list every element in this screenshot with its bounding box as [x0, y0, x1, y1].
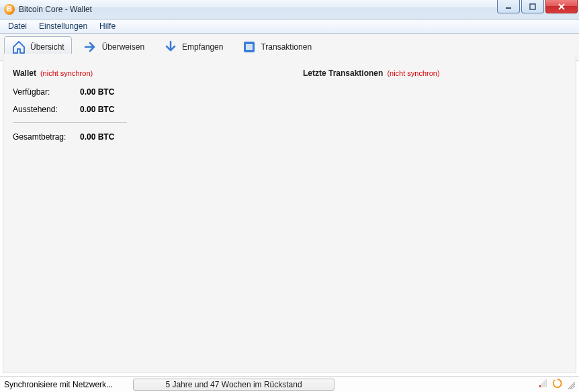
tab-receive-label: Empfangen: [182, 42, 223, 52]
wallet-sync-status: (nicht synchron): [40, 69, 93, 77]
sync-progress-text: 5 Jahre und 47 Wochen im Rückstand: [165, 380, 302, 389]
main-content: Wallet (nicht synchron) Verfügbar: 0.00 …: [3, 54, 576, 373]
sync-spinner-icon: [552, 378, 563, 391]
send-icon: [83, 40, 98, 54]
balance-available-label: Verfügbar:: [13, 87, 73, 97]
network-icon: [539, 379, 549, 390]
tab-transactions-label: Transaktionen: [261, 42, 312, 52]
minimize-icon: [505, 3, 512, 10]
window-controls: [497, 0, 578, 13]
tab-overview-label: Übersicht: [30, 42, 64, 52]
svg-rect-11: [545, 379, 547, 387]
status-tray: [539, 378, 579, 391]
wallet-header-row: Wallet (nicht synchron): [13, 68, 276, 78]
close-icon: [558, 3, 566, 10]
home-icon: [11, 40, 26, 54]
balance-pending-label: Ausstehend:: [13, 105, 73, 114]
wallet-column: Wallet (nicht synchron) Verfügbar: 0.00 …: [13, 68, 276, 150]
recent-tx-sync-status: (nicht synchron): [387, 69, 439, 77]
menu-help[interactable]: Hilfe: [94, 20, 121, 32]
wallet-header: Wallet: [13, 68, 36, 78]
balance-available-row: Verfügbar: 0.00 BTC: [13, 87, 276, 97]
recent-tx-column: Letzte Transaktionen (nicht synchron): [303, 68, 566, 150]
receive-icon: [163, 40, 178, 54]
svg-rect-10: [543, 381, 545, 387]
status-bar: Synchronisiere mit Netzwerk... 5 Jahre u…: [0, 376, 579, 392]
recent-tx-header: Letzte Transaktionen: [303, 68, 383, 78]
tab-send-label: Überweisen: [102, 42, 144, 52]
overview-panel: Wallet (nicht synchron) Verfügbar: 0.00 …: [3, 54, 576, 164]
recent-tx-header-row: Letzte Transaktionen (nicht synchron): [303, 68, 566, 78]
sync-progress-bar: 5 Jahre und 47 Wochen im Rückstand: [133, 379, 335, 391]
window-title: Bitcoin Core - Wallet: [19, 5, 92, 14]
svg-rect-9: [541, 383, 543, 387]
svg-rect-1: [530, 4, 535, 9]
menu-file[interactable]: Datei: [3, 20, 32, 32]
window-titlebar: Bitcoin Core - Wallet: [0, 0, 579, 19]
balance-pending-value: 0.00 BTC: [80, 105, 114, 114]
menu-settings[interactable]: Einstellungen: [34, 20, 93, 32]
svg-rect-8: [539, 385, 541, 387]
resize-grip[interactable]: [566, 380, 575, 389]
maximize-icon: [529, 3, 536, 10]
close-button[interactable]: [545, 0, 578, 13]
balance-pending-row: Ausstehend: 0.00 BTC: [13, 105, 276, 114]
balance-total-value: 0.00 BTC: [80, 132, 114, 142]
balance-divider: [13, 122, 127, 123]
minimize-button[interactable]: [497, 0, 520, 13]
menu-bar: Datei Einstellungen Hilfe: [0, 19, 579, 34]
balance-available-value: 0.00 BTC: [80, 87, 114, 97]
status-sync-label: Synchronisiere mit Netzwerk...: [0, 380, 133, 389]
balance-total-row: Gesamtbetrag: 0.00 BTC: [13, 132, 276, 142]
list-icon: [242, 40, 257, 54]
balance-total-label: Gesamtbetrag:: [13, 132, 73, 142]
bitcoin-icon: [4, 4, 15, 15]
maximize-button[interactable]: [521, 0, 544, 13]
